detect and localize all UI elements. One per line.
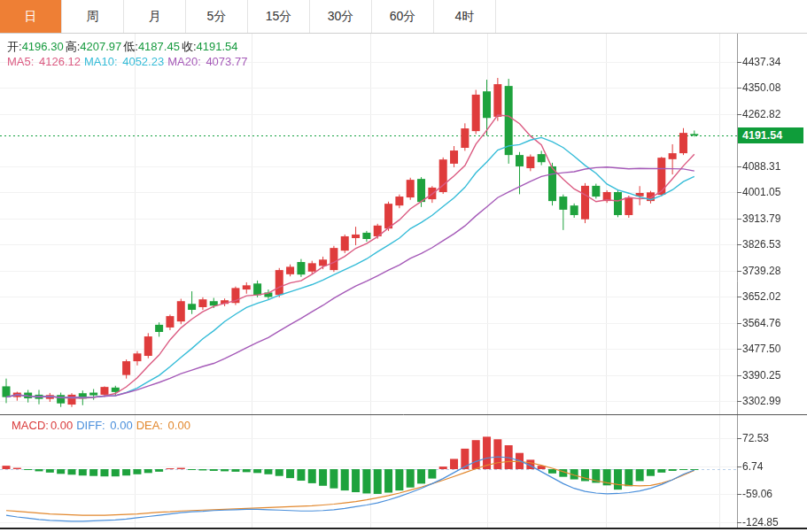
price-tick-label: 3302.99 — [742, 395, 780, 407]
price-tick-label: 3477.50 — [742, 343, 780, 355]
tab-月[interactable]: 月 — [124, 0, 186, 33]
chart-canvas[interactable] — [0, 0, 807, 532]
macd-legend: MACD:0.00DIFF: 0.00DEA: 0.00 — [12, 419, 194, 432]
macd-tick-label: 6.74 — [742, 460, 763, 473]
high-label: 高: — [66, 40, 81, 53]
current-price-tag: 4191.54 — [738, 127, 803, 143]
dea-value: DEA: 0.00 — [136, 419, 192, 432]
price-tick-label: 3564.76 — [742, 317, 780, 329]
ma-legend: MA5: 4126.12MA10: 4052.23MA20: 4073.77 — [7, 55, 251, 68]
close-value: 4191.54 — [197, 40, 238, 53]
period-tab-bar: 日周月5分15分30分60分4时 — [0, 0, 807, 34]
tab-4时[interactable]: 4时 — [434, 0, 496, 33]
price-tick-label: 3739.28 — [742, 265, 780, 277]
tab-5分[interactable]: 5分 — [186, 0, 248, 33]
low-value: 4187.45 — [138, 40, 180, 53]
price-tick-label: 3390.25 — [742, 369, 780, 382]
ma5-legend: MA5: 4126.12 — [7, 55, 82, 68]
tab-60分[interactable]: 60分 — [372, 0, 434, 33]
low-label: 低: — [123, 40, 138, 53]
ma10-legend: MA10: 4052.23 — [84, 55, 166, 68]
tab-日[interactable]: 日 — [0, 0, 62, 33]
price-tick-label: 3652.02 — [742, 290, 780, 303]
open-value: 4196.30 — [22, 40, 64, 53]
price-tick-label: 4437.34 — [742, 56, 780, 68]
close-label: 收: — [182, 40, 197, 53]
trading-chart-app: 日周月5分15分30分60分4时 开:4196.30高:4207.97低:418… — [0, 0, 807, 532]
ma20-legend: MA20: 4073.77 — [167, 55, 249, 68]
ohlc-legend: 开:4196.30高:4207.97低:4187.45收:4191.54 — [7, 39, 240, 55]
macd-tick-label: -59.06 — [742, 488, 772, 500]
tab-15分[interactable]: 15分 — [248, 0, 310, 33]
price-tick-label: 3826.53 — [742, 238, 780, 251]
macd-tick-label: 72.53 — [742, 432, 769, 444]
price-tick-label: 4001.05 — [742, 186, 780, 198]
macd-value: MACD:0.00 — [12, 419, 74, 432]
diff-value: DIFF: 0.00 — [76, 419, 134, 432]
macd-tick-label: -124.85 — [742, 516, 779, 528]
price-tick-label: 4262.82 — [742, 108, 780, 120]
high-value: 4207.97 — [80, 40, 121, 53]
tab-周[interactable]: 周 — [62, 0, 124, 33]
open-label: 开: — [7, 40, 22, 53]
price-tick-label: 4088.31 — [742, 160, 780, 173]
price-tick-label: 3913.79 — [742, 212, 780, 225]
tab-30分[interactable]: 30分 — [310, 0, 372, 33]
price-tick-label: 4350.08 — [742, 81, 780, 94]
